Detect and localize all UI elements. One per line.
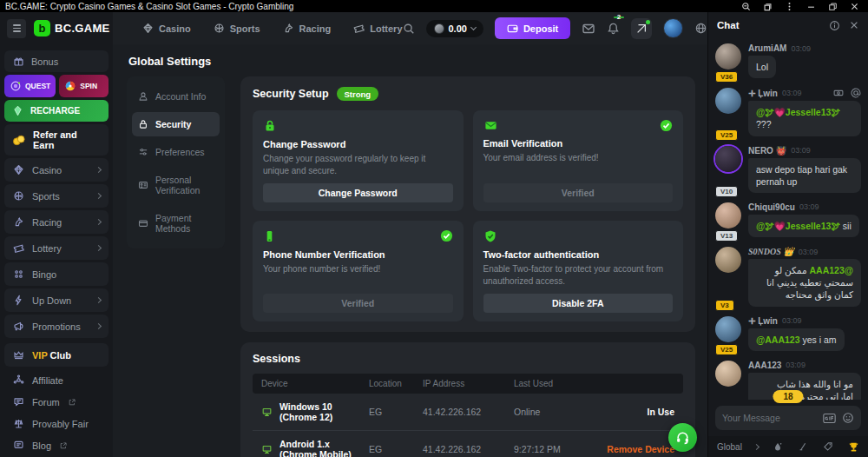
vip-label-rest: Club: [48, 350, 72, 361]
notifications-bell-icon[interactable]: 2: [607, 22, 620, 35]
chat-close-icon[interactable]: [849, 20, 859, 30]
card-description: Your phone number is verified!: [263, 263, 453, 287]
close-window-icon[interactable]: [850, 2, 859, 11]
sidebar-item-forum[interactable]: Forum: [4, 391, 108, 413]
menu-kebab-icon[interactable]: [785, 2, 794, 11]
avatar-wrap: V36: [715, 43, 741, 78]
new-messages-pill[interactable]: 18: [773, 390, 803, 403]
chat-message-input[interactable]: [722, 413, 817, 423]
mention[interactable]: @AAA123: [809, 265, 853, 275]
sidebar-item-casino[interactable]: Casino: [4, 158, 108, 182]
sidebar-item-blog[interactable]: Blog: [4, 434, 108, 456]
sidebar-item-updown[interactable]: Up Down: [4, 288, 108, 312]
sidebar-item-affiliate[interactable]: Affiliate: [4, 369, 108, 391]
avatar-wrap: V13: [715, 202, 741, 237]
tab-personal-verification[interactable]: Personal Verification: [132, 168, 220, 202]
hamburger-menu-icon[interactable]: [7, 19, 26, 38]
nav-item-racing[interactable]: Racing: [283, 23, 332, 34]
mention[interactable]: @AAA123: [756, 334, 800, 345]
message-bubble: مو انا والله هذا شاب اماراتي محترم @S0ND…: [748, 373, 861, 400]
quest-button[interactable]: QUEST: [4, 75, 56, 97]
vip-level-badge: V10: [715, 186, 738, 197]
trophy-icon[interactable]: [848, 441, 859, 453]
message-main: ✛ Ļwin03:09@🕊💗Jesselle13🕊 ???: [748, 88, 861, 136]
lock-green-icon: [263, 119, 277, 133]
change-password-button[interactable]: Change Password: [263, 183, 453, 202]
recharge-button[interactable]: RECHARGE: [4, 100, 108, 122]
deposit-button[interactable]: Deposit: [495, 17, 570, 39]
brand-logo[interactable]: b BC.GAME: [34, 20, 110, 36]
security-setup-title: Security Setup: [253, 88, 329, 100]
nav-item-casino[interactable]: Casino: [142, 23, 191, 34]
mention[interactable]: @🕊💗Jesselle13🕊: [756, 221, 840, 231]
globe-icon[interactable]: [694, 22, 707, 35]
sidebar-item-refer-and-earn[interactable]: Refer and Earn: [4, 124, 108, 156]
rules-pencil-icon[interactable]: [798, 441, 808, 452]
chat-room-selector[interactable]: Global: [717, 442, 759, 452]
sidebar-item-bonus[interactable]: Bonus: [4, 50, 108, 72]
sidebar-item-provably-fair[interactable]: Provably Fair: [4, 413, 108, 434]
chat-messages: V36ArumiAM03:09LolV25✛ Ļwin03:09@🕊💗Jesse…: [708, 38, 868, 400]
at-icon[interactable]: [851, 88, 861, 98]
tab-payment-methods[interactable]: Payment Methods: [132, 206, 220, 241]
chat-input-wrap: [715, 406, 861, 430]
avatar[interactable]: [715, 316, 741, 342]
message-header: S0NDOS 👑03:09: [748, 247, 861, 256]
email-verification-button: Verified: [483, 183, 674, 202]
session-action[interactable]: Remove Device: [592, 444, 674, 454]
vip-level-badge: V25: [715, 344, 738, 355]
emoji-icon[interactable]: [842, 412, 854, 424]
gif-icon[interactable]: [823, 413, 836, 424]
username[interactable]: ✛ Ļwin: [748, 316, 778, 326]
sidebar-item-vip-club[interactable]: VIP Club: [4, 343, 108, 367]
mention[interactable]: @🕊💗Jesselle13🕊: [756, 107, 840, 117]
chat-info-icon[interactable]: [829, 20, 840, 31]
avatar[interactable]: [715, 88, 741, 114]
username[interactable]: ArumiAM: [748, 43, 786, 53]
crown-icon: [12, 349, 24, 361]
spin-button[interactable]: SPIN: [59, 75, 108, 97]
coin-tag-icon[interactable]: [823, 441, 833, 452]
rain-drop-icon[interactable]: [773, 441, 783, 452]
sidebar-item-promotions[interactable]: Promotions: [4, 315, 108, 338]
external-icon: [68, 398, 76, 407]
avatar[interactable]: [715, 202, 741, 228]
minimize-icon[interactable]: [806, 2, 816, 11]
avatar[interactable]: [715, 146, 741, 172]
tab-account-info[interactable]: Account Info: [132, 84, 220, 109]
username[interactable]: S0NDOS 👑: [748, 247, 794, 256]
tab-switcher-icon[interactable]: [763, 2, 773, 11]
sidebar-item-sports[interactable]: Sports: [4, 184, 108, 208]
avatar[interactable]: [715, 247, 741, 273]
tab-security[interactable]: Security: [132, 112, 220, 136]
username[interactable]: ✛ Ļwin: [748, 89, 778, 98]
sidebar-item-bingo[interactable]: Bingo: [4, 262, 108, 286]
mail-icon[interactable]: [582, 22, 595, 36]
avatar[interactable]: [715, 43, 741, 70]
two-factor-button[interactable]: Disable 2FA: [483, 294, 674, 313]
balance-selector[interactable]: 0.00: [426, 20, 483, 37]
sidebar-item-racing[interactable]: Racing: [4, 210, 108, 234]
chat-toggle-icon[interactable]: [631, 18, 652, 39]
avatar[interactable]: [715, 361, 741, 387]
search-icon[interactable]: [403, 23, 415, 35]
settings-tabs: Account InfoSecurityPreferencesPersonal …: [127, 76, 225, 248]
restore-icon[interactable]: [828, 2, 838, 11]
username[interactable]: Chiqui90cu: [748, 202, 795, 212]
chevron-right-icon: [95, 193, 102, 199]
chat-message: V10NERO 👹03:09asw depo tiap hari gak per…: [715, 146, 861, 193]
username[interactable]: NERO 👹: [748, 146, 786, 156]
user-avatar[interactable]: [663, 18, 683, 38]
support-button[interactable]: [668, 423, 697, 452]
window-title: BC.GAME: Crypto Casino Games & Casino Sl…: [5, 2, 741, 11]
zoom-out-icon[interactable]: [741, 2, 751, 11]
column-header: [592, 379, 674, 388]
nav-item-sports[interactable]: Sports: [214, 23, 260, 34]
message-main: ✛ Ļwin03:09@AAA123 yes i am: [748, 316, 861, 351]
sidebar-item-lottery[interactable]: Lottery: [4, 236, 108, 260]
username[interactable]: AAA123: [748, 361, 781, 370]
tab-preferences[interactable]: Preferences: [132, 140, 220, 164]
sidebar-item-label: Forum: [32, 397, 60, 407]
nav-item-lottery[interactable]: Lottery: [353, 23, 402, 34]
tip-icon[interactable]: [833, 88, 844, 98]
